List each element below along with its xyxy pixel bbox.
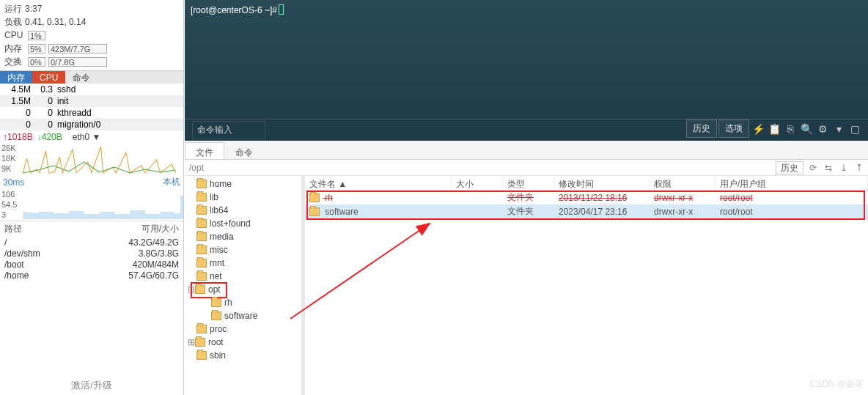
tab-command[interactable]: 命令 — [224, 142, 264, 159]
folder-icon — [195, 338, 205, 347]
download-icon[interactable]: ⤒ — [853, 161, 866, 174]
expand-icon[interactable]: ▾ — [831, 122, 846, 136]
list-header: 文件名 ▲ 大小 类型 修改时间 权限 用户/用户组 — [305, 176, 868, 191]
folder-icon — [309, 207, 320, 216]
prompt: [root@centerOS-6 ~]# — [191, 4, 862, 15]
transfer-icon[interactable]: ⇆ — [822, 161, 835, 174]
uptime-row: 运行 3:37 — [4, 2, 179, 15]
fullscreen-icon[interactable]: ▢ — [847, 122, 862, 136]
net-sparkline: 26K18K9K — [0, 144, 183, 174]
tree-item-media[interactable]: media — [185, 230, 301, 243]
mem-row: 内存5%423M/7.7G — [4, 42, 179, 55]
options-button[interactable]: 选项 — [718, 119, 749, 138]
gear-icon[interactable]: ⚙ — [815, 122, 830, 136]
refresh-icon[interactable]: ⟳ — [806, 161, 820, 174]
activate-link[interactable]: 激活/升级 — [0, 379, 183, 392]
disk-row: /home57.4G/60.7G — [0, 270, 183, 281]
tab-cpu[interactable]: CPU — [32, 71, 65, 84]
left-monitor-pane: 运行 3:37 负载 0.41, 0.31, 0.14 CPU1% 内存5%42… — [0, 0, 184, 395]
bolt-icon[interactable]: ⚡ — [751, 122, 765, 136]
tree-item-net[interactable]: net — [185, 270, 301, 283]
swap-row: 交换0%0/7.8G — [4, 55, 179, 68]
folder-icon — [196, 219, 207, 228]
command-input[interactable]: 命令输入 — [192, 121, 265, 139]
iface-select[interactable]: eth0 ▼ — [73, 132, 101, 142]
col-size[interactable]: 大小 — [452, 176, 503, 190]
terminal[interactable]: [root@centerOS-6 ~]# 命令输入 历史 选项 ⚡ 📋 ⎘ 🔍 … — [185, 0, 868, 141]
col-type[interactable]: 类型 — [503, 176, 554, 190]
folder-icon — [211, 298, 221, 307]
tree-item-proc[interactable]: proc — [185, 322, 301, 336]
net-stats: ↑1018B↓420B eth0 ▼ — [0, 130, 183, 144]
path-display[interactable]: /opt — [185, 163, 776, 173]
cpu-row: CPU1% — [4, 29, 179, 42]
folder-icon — [196, 259, 207, 267]
disk-row: /dev/shm3.8G/3.8G — [0, 248, 183, 259]
svg-line-0 — [290, 224, 430, 319]
tree-item-mnt[interactable]: mnt — [185, 256, 301, 270]
paste-icon[interactable]: 📋 — [767, 122, 781, 136]
col-perm[interactable]: 权限 — [650, 176, 716, 190]
search-icon[interactable]: 🔍 — [799, 122, 814, 136]
tab-file[interactable]: 文件 — [185, 142, 224, 159]
proc-list: 4.5M0.3sshd 1.5M0init 00kthreadd 00migra… — [0, 84, 183, 130]
file-list: 文件名 ▲ 大小 类型 修改时间 权限 用户/用户组 rh 文件夹2013/11… — [305, 176, 868, 395]
folder-icon — [196, 272, 207, 281]
disk-row: /43.2G/49.2G — [0, 237, 183, 248]
folder-icon — [196, 193, 207, 202]
right-pane: [root@centerOS-6 ~]# 命令输入 历史 选项 ⚡ 📋 ⎘ 🔍 … — [185, 0, 868, 395]
history-button[interactable]: 历史 — [686, 119, 717, 138]
col-name[interactable]: 文件名 ▲ — [305, 176, 452, 190]
tree-item-home[interactable]: home — [185, 177, 301, 191]
watermark: CSDN @曲落 — [809, 378, 864, 391]
disk-row: /boot420M/484M — [0, 259, 183, 270]
lat-sparkline: 10654.53 — [0, 190, 183, 221]
tree-item-software[interactable]: software — [185, 309, 301, 322]
col-mtime[interactable]: 修改时间 — [554, 176, 650, 190]
folder-icon — [196, 232, 207, 241]
tree-item-lib64[interactable]: lib64 — [185, 204, 301, 217]
list-row-rh[interactable]: rh 文件夹2013/11/22 18:16drwxr-xr-xroot/roo… — [305, 191, 868, 204]
tree-item-root[interactable]: ⊞root — [185, 336, 301, 349]
proc-tabs: 内存 CPU 命令 — [0, 70, 183, 84]
tab-mem[interactable]: 内存 — [0, 71, 32, 84]
file-manager: 文件 命令 /opt 历史 ⟳ ⇆ ⤓ ⤒ home lib lib64 los… — [185, 141, 868, 395]
folder-icon — [309, 193, 320, 202]
folder-icon — [196, 325, 207, 333]
load-row: 负载 0.41, 0.31, 0.14 — [4, 15, 179, 29]
col-owner[interactable]: 用户/用户组 — [716, 176, 868, 190]
folder-icon — [196, 206, 207, 215]
tree-item-lostfound[interactable]: lost+found — [185, 217, 301, 230]
list-row-software[interactable]: software 文件夹2023/04/17 23:16drwxr-xr-xro… — [305, 204, 868, 218]
tree-item-opt[interactable]: ⊟opt — [185, 283, 301, 296]
folder-tree[interactable]: home lib lib64 lost+found media misc mnt… — [185, 176, 302, 395]
path-history-button[interactable]: 历史 — [776, 161, 803, 174]
tree-item-misc[interactable]: misc — [185, 243, 301, 256]
folder-icon — [195, 285, 205, 294]
tab-cmd[interactable]: 命令 — [65, 71, 98, 84]
folder-icon — [196, 351, 207, 360]
copy-icon[interactable]: ⎘ — [783, 122, 798, 136]
folder-icon — [211, 311, 221, 320]
tree-item-sbin[interactable]: sbin — [185, 349, 301, 362]
disk-header: 路径可用/大小 — [0, 221, 183, 237]
tree-item-lib[interactable]: lib — [185, 191, 301, 204]
folder-icon — [196, 180, 207, 188]
upload-icon[interactable]: ⤓ — [837, 161, 850, 174]
lat-stats: 30ms本机 — [0, 174, 183, 190]
folder-icon — [196, 246, 207, 254]
